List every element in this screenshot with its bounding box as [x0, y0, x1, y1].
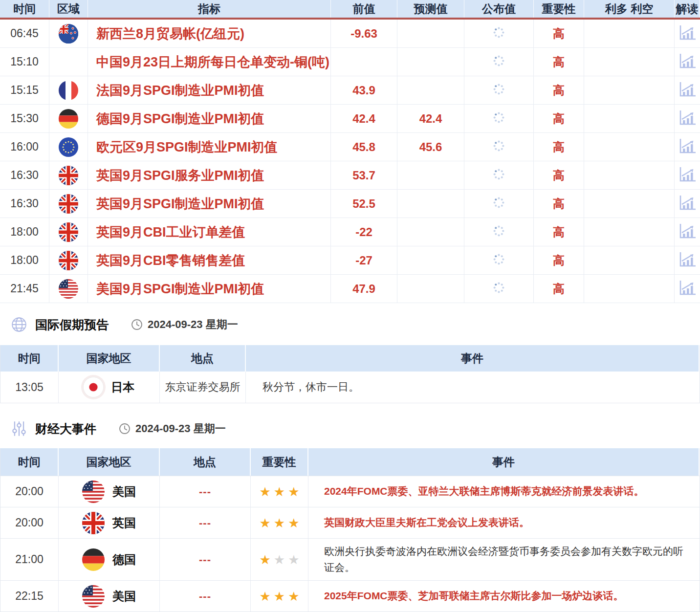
flag-de-icon — [82, 548, 105, 571]
chart-trend-icon[interactable] — [678, 280, 697, 298]
chart-trend-icon[interactable] — [678, 109, 697, 128]
sliders-icon — [11, 420, 27, 437]
indicator-link[interactable]: 新西兰8月贸易帐(亿纽元) — [96, 25, 244, 43]
indicator-link[interactable]: 英国9月CBI零售销售差值 — [96, 252, 245, 269]
bull-bear-cell — [584, 246, 675, 274]
holiday-table: 时间 国家地区 地点 事件 13:05日本东京证券交易所秋分节，休市一日。 — [0, 345, 700, 403]
event-time: 21:45 — [0, 275, 49, 303]
chart-trend-icon[interactable] — [678, 53, 697, 71]
actual-value-cell — [464, 190, 534, 218]
indicator-link[interactable]: 法国9月SPGI制造业PMI初值 — [96, 82, 264, 99]
holiday-table-body: 13:05日本东京证券交易所秋分节，休市一日。 — [0, 372, 700, 403]
calendar-row: 18:00 英国9月CBI工业订单差值-22高 — [0, 218, 700, 246]
star-filled-icon: ★ — [288, 590, 299, 603]
indicator-link[interactable]: 欧元区9月SPGI制造业PMI初值 — [96, 138, 278, 156]
forecast-value: 45.6 — [397, 133, 464, 161]
loading-spinner-icon — [492, 224, 505, 240]
indicator-cell: 中国9月23日上期所每日仓单变动-铜(吨) — [88, 48, 331, 76]
region-cell — [49, 76, 88, 104]
importance-stars: ★★★ — [251, 581, 308, 612]
country-cell: 美国 — [59, 581, 160, 612]
indicator-cell: 英国9月CBI零售销售差值 — [88, 246, 331, 274]
event-row: 20:00 美国---★★★2024年FOMC票委、亚特兰大联储主席博斯蒂克就经… — [0, 476, 700, 507]
flag-gb-icon — [59, 166, 78, 185]
interpret-cell — [675, 105, 700, 132]
indicator-link[interactable]: 德国9月SPGI制造业PMI初值 — [96, 110, 264, 128]
events-table-body: 20:00 美国---★★★2024年FOMC票委、亚特兰大联储主席博斯蒂克就经… — [0, 476, 700, 612]
bull-bear-cell — [584, 20, 675, 47]
event-link[interactable]: 英国财政大臣里夫斯在工党会议上发表讲话。 — [324, 515, 529, 531]
col-indicator: 指标 — [88, 0, 331, 18]
event-link[interactable]: 欧洲央行执委奇波洛内在欧洲议会经济暨货币事务委员会参加有关数字欧元的听证会。 — [324, 544, 686, 575]
country-cell: 美国 — [59, 476, 160, 507]
flag-eu-icon — [59, 137, 78, 157]
calendar-row: 18:00 英国9月CBI零售销售差值-27高 — [0, 246, 700, 275]
holiday-table-header: 时间 国家地区 地点 事件 — [0, 345, 700, 372]
star-filled-icon: ★ — [274, 485, 285, 498]
previous-value: 47.9 — [331, 275, 397, 303]
event-time: 16:30 — [0, 190, 49, 218]
flag-gb-icon — [59, 194, 78, 214]
event-text: 秋分节，休市一日。 — [246, 372, 700, 403]
importance-high-label: 高 — [534, 105, 584, 132]
region-cell — [49, 133, 88, 161]
interpret-cell — [675, 161, 700, 189]
indicator-link[interactable]: 英国9月SPGI服务业PMI初值 — [96, 167, 264, 184]
event-time: 20:00 — [0, 507, 59, 538]
country-cell: 日本 — [59, 372, 160, 403]
interpret-cell — [675, 48, 700, 76]
event-time: 18:00 — [0, 246, 49, 274]
calendar-row: 16:00欧元区9月SPGI制造业PMI初值45.845.6高 — [0, 133, 700, 161]
region-cell — [49, 218, 88, 246]
chart-trend-icon[interactable] — [678, 223, 697, 241]
previous-value: 42.4 — [331, 105, 397, 132]
chart-trend-icon[interactable] — [678, 195, 697, 213]
chart-trend-icon[interactable] — [678, 166, 697, 185]
indicator-link[interactable]: 英国9月CBI工业订单差值 — [96, 223, 245, 241]
event-row: 21:00德国---★★★欧洲央行执委奇波洛内在欧洲议会经济暨货币事务委员会参加… — [0, 538, 700, 580]
importance-high-label: 高 — [534, 48, 584, 76]
indicator-link[interactable]: 英国9月SPGI制造业PMI初值 — [96, 195, 264, 213]
event-cell: 英国财政大臣里夫斯在工党会议上发表讲话。 — [308, 507, 700, 538]
chart-trend-icon[interactable] — [678, 24, 697, 43]
indicator-link[interactable]: 中国9月23日上期所每日仓单变动-铜(吨) — [96, 53, 329, 71]
indicator-cell: 英国9月SPGI服务业PMI初值 — [88, 161, 331, 189]
country-cell: 英国 — [59, 507, 160, 538]
flag-nz-icon — [59, 24, 78, 44]
chart-trend-icon[interactable] — [678, 138, 697, 156]
indicator-cell: 法国9月SPGI制造业PMI初值 — [88, 76, 331, 104]
holiday-row: 13:05日本东京证券交易所秋分节，休市一日。 — [0, 372, 700, 403]
col-event: 事件 — [246, 345, 700, 372]
previous-value: -9.63 — [331, 20, 397, 47]
loading-spinner-icon — [492, 111, 505, 126]
holiday-section-title: 国际假期预告 — [35, 317, 109, 333]
calendar-row: 15:30德国9月SPGI制造业PMI初值42.442.4高 — [0, 105, 700, 133]
col-time: 时间 — [0, 448, 59, 476]
flag-gb-icon — [59, 222, 78, 242]
calendar-row: 15:10中国9月23日上期所每日仓单变动-铜(吨)高 — [0, 48, 700, 76]
loading-spinner-icon — [492, 281, 505, 296]
chart-trend-icon[interactable] — [678, 251, 697, 270]
place-cell: --- — [160, 581, 251, 612]
calendar-row: 16:30 英国9月SPGI服务业PMI初值53.7高 — [0, 161, 700, 190]
chart-trend-icon[interactable] — [678, 81, 697, 100]
region-cell — [49, 48, 88, 76]
flag-us-icon — [59, 279, 78, 299]
indicator-cell: 新西兰8月贸易帐(亿纽元) — [88, 20, 331, 47]
event-link[interactable]: 2025年FOMC票委、芝加哥联储主席古尔斯比参加一场炉边谈话。 — [324, 588, 624, 604]
country-name: 日本 — [111, 379, 134, 395]
region-cell — [49, 190, 88, 218]
event-time: 18:00 — [0, 218, 49, 246]
event-time: 15:30 — [0, 105, 49, 132]
importance-high-label: 高 — [534, 246, 584, 274]
flag-gb-icon — [82, 512, 105, 534]
actual-value-cell — [464, 161, 534, 189]
event-time: 16:00 — [0, 133, 49, 161]
col-previous: 前值 — [331, 0, 397, 18]
importance-stars: ★★★ — [251, 539, 308, 580]
indicator-link[interactable]: 美国9月SPGI制造业PMI初值 — [96, 280, 264, 298]
calendar-row: 21:45 美国9月SPGI制造业PMI初值47.9高 — [0, 275, 700, 303]
event-link[interactable]: 2024年FOMC票委、亚特兰大联储主席博斯蒂克就经济前景发表讲话。 — [324, 483, 644, 500]
previous-value: 52.5 — [331, 190, 397, 218]
event-time: 13:05 — [0, 372, 59, 403]
